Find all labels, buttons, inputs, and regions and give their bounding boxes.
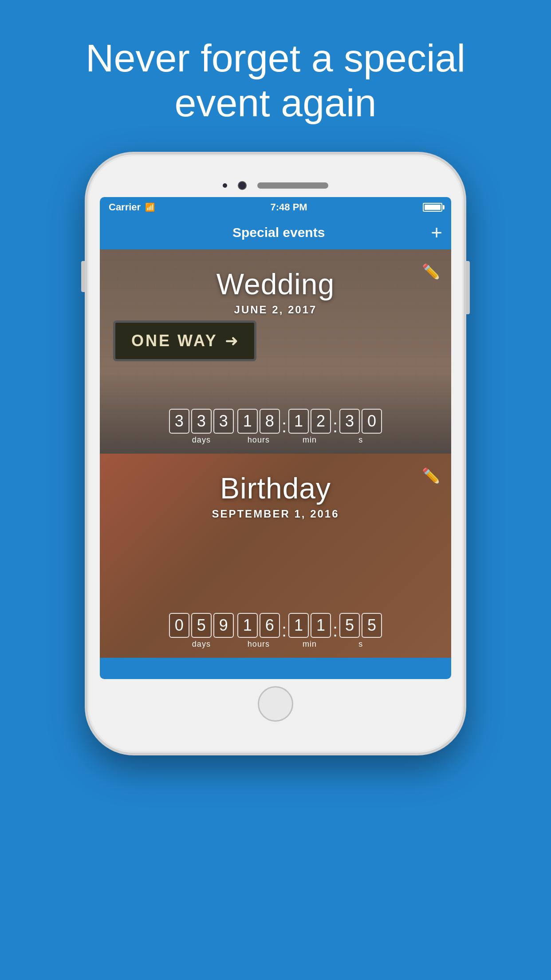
wedding-sep3: :: [333, 417, 338, 435]
wedding-sec-d2: 0: [362, 409, 382, 434]
wedding-min-d1: 1: [288, 409, 309, 434]
birthday-hour-d2: 6: [260, 613, 280, 638]
phone-bottom: [100, 686, 451, 722]
wedding-hour-d1: 1: [237, 409, 258, 434]
birthday-sep3: :: [333, 621, 338, 639]
wedding-min-d2: 2: [311, 409, 331, 434]
birthday-hours-label: hours: [248, 640, 270, 649]
street-sign-arrow-icon: ➜: [225, 332, 238, 350]
wedding-edit-icon[interactable]: ✏️: [422, 263, 441, 281]
wedding-days-digits: 3 3 3: [169, 409, 234, 434]
wedding-hours-label: hours: [248, 435, 270, 445]
wedding-hours-digits: 1 8: [237, 409, 280, 434]
birthday-min-label: min: [303, 640, 317, 649]
status-left: Carrier 📶: [109, 202, 155, 213]
birthday-day-d3: 9: [213, 613, 234, 638]
time-label: 7:48 PM: [271, 202, 307, 213]
birthday-sec-d1: 5: [339, 613, 360, 638]
birthday-hours-digits: 1 6: [237, 613, 280, 638]
wedding-date: JUNE 2, 2017: [100, 304, 451, 316]
front-camera-dot: [223, 183, 227, 188]
wedding-min-label: min: [303, 435, 317, 445]
wedding-day-d2: 3: [191, 409, 212, 434]
birthday-sep2: :: [282, 621, 287, 639]
bottom-bar: [100, 658, 451, 679]
birthday-min-d1: 1: [288, 613, 309, 638]
birthday-sec-digits: 5 5: [339, 613, 382, 638]
wedding-countdown: 3 3 3 days 1 8 hours: [100, 409, 451, 445]
front-camera: [238, 181, 247, 190]
nav-bar: Special events +: [100, 217, 451, 249]
birthday-day-d2: 5: [191, 613, 212, 638]
street-sign-decoration: ONE WAY ➜: [113, 320, 256, 361]
wedding-event-content: Wedding JUNE 2, 2017: [100, 249, 451, 316]
wedding-hours-group: 1 8 hours: [237, 409, 280, 445]
carrier-label: Carrier: [109, 202, 141, 213]
wedding-sep2: :: [282, 417, 287, 435]
street-sign-text: ONE WAY: [131, 332, 218, 350]
phone-screen: Carrier 📶 7:48 PM Special events + O: [100, 197, 451, 679]
phone-mockup: Carrier 📶 7:48 PM Special events + O: [0, 152, 551, 755]
wedding-min-digits: 1 2: [288, 409, 331, 434]
wedding-day-d3: 3: [213, 409, 234, 434]
wedding-sec-d1: 3: [339, 409, 360, 434]
tagline: Never forget a special event again: [0, 0, 551, 152]
nav-title: Special events: [232, 225, 325, 240]
birthday-date: SEPTEMBER 1, 2016: [100, 508, 451, 520]
birthday-day-d1: 0: [169, 613, 189, 638]
birthday-edit-icon[interactable]: ✏️: [422, 467, 441, 485]
birthday-sec-d2: 5: [362, 613, 382, 638]
wedding-sec-digits: 3 0: [339, 409, 382, 434]
wedding-days-label: days: [192, 435, 211, 445]
phone-speaker: [257, 182, 328, 189]
battery-fill: [425, 205, 441, 210]
birthday-min-d2: 1: [311, 613, 331, 638]
phone-top: [100, 181, 451, 190]
birthday-days-group: 0 5 9 days: [169, 613, 234, 649]
home-button[interactable]: [258, 686, 293, 722]
wedding-days-group: 3 3 3 days: [169, 409, 234, 445]
birthday-countdown: 0 5 9 days 1 6 hours: [100, 613, 451, 649]
wedding-sec-label: s: [358, 435, 363, 445]
wedding-title: Wedding: [100, 267, 451, 301]
birthday-days-label: days: [192, 640, 211, 649]
phone-body: Carrier 📶 7:48 PM Special events + O: [85, 152, 466, 755]
birthday-hour-d1: 1: [237, 613, 258, 638]
wedding-day-d1: 3: [169, 409, 189, 434]
birthday-title: Birthday: [100, 471, 451, 505]
birthday-days-digits: 0 5 9: [169, 613, 234, 638]
birthday-event-card[interactable]: ✏️ Birthday SEPTEMBER 1, 2016 0 5 9: [100, 454, 451, 658]
birthday-event-content: Birthday SEPTEMBER 1, 2016: [100, 454, 451, 520]
wedding-min-group: 1 2 min: [288, 409, 331, 445]
wedding-sec-group: 3 0 s: [339, 409, 382, 445]
wedding-hour-d2: 8: [260, 409, 280, 434]
birthday-sec-group: 5 5 s: [339, 613, 382, 649]
wifi-icon: 📶: [145, 202, 155, 212]
birthday-sec-label: s: [358, 640, 363, 649]
birthday-min-group: 1 1 min: [288, 613, 331, 649]
birthday-hours-group: 1 6 hours: [237, 613, 280, 649]
wedding-event-card[interactable]: ONE WAY ➜ ✏️ Wedding JUNE 2, 2017 3: [100, 249, 451, 454]
birthday-min-digits: 1 1: [288, 613, 331, 638]
battery-icon: [423, 203, 442, 212]
add-event-button[interactable]: +: [431, 223, 442, 242]
status-bar: Carrier 📶 7:48 PM: [100, 197, 451, 217]
